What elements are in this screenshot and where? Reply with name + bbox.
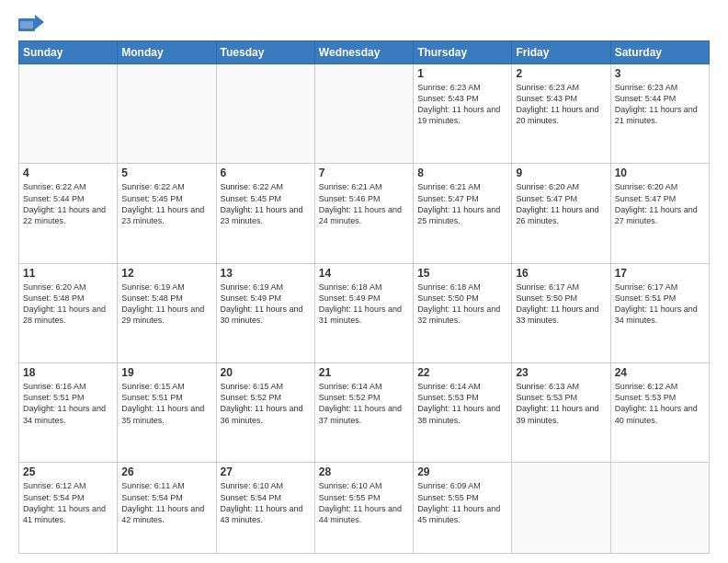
- calendar-cell: 10Sunrise: 6:20 AM Sunset: 5:47 PM Dayli…: [610, 164, 709, 263]
- day-number: 7: [319, 167, 409, 179]
- day-number: 26: [121, 465, 211, 478]
- column-header-friday: Friday: [512, 41, 610, 64]
- day-info: Sunrise: 6:16 AM Sunset: 5:51 PM Dayligh…: [23, 381, 113, 426]
- calendar-cell: 21Sunrise: 6:14 AM Sunset: 5:52 PM Dayli…: [314, 363, 413, 463]
- calendar-week-row: 11Sunrise: 6:20 AM Sunset: 5:48 PM Dayli…: [19, 263, 710, 362]
- calendar-week-row: 4Sunrise: 6:22 AM Sunset: 5:44 PM Daylig…: [19, 164, 710, 263]
- calendar-cell: [610, 463, 709, 554]
- day-number: 10: [615, 167, 705, 179]
- day-number: 19: [121, 366, 211, 379]
- calendar-cell: 4Sunrise: 6:22 AM Sunset: 5:44 PM Daylig…: [19, 164, 118, 263]
- calendar-cell: 23Sunrise: 6:13 AM Sunset: 5:53 PM Dayli…: [512, 363, 610, 463]
- calendar-cell: 7Sunrise: 6:21 AM Sunset: 5:46 PM Daylig…: [314, 164, 413, 263]
- column-header-tuesday: Tuesday: [216, 41, 314, 64]
- column-header-thursday: Thursday: [414, 41, 512, 64]
- day-number: 20: [221, 366, 311, 379]
- logo-icon: [18, 15, 44, 35]
- day-info: Sunrise: 6:23 AM Sunset: 5:44 PM Dayligh…: [615, 82, 705, 127]
- calendar-cell: [512, 463, 610, 554]
- day-number: 4: [23, 167, 113, 179]
- calendar-cell: 17Sunrise: 6:17 AM Sunset: 5:51 PM Dayli…: [610, 263, 709, 362]
- calendar-cell: [19, 64, 118, 164]
- day-number: 25: [23, 465, 113, 478]
- calendar-cell: 28Sunrise: 6:10 AM Sunset: 5:55 PM Dayli…: [314, 463, 413, 554]
- calendar-cell: 25Sunrise: 6:12 AM Sunset: 5:54 PM Dayli…: [19, 463, 118, 554]
- day-info: Sunrise: 6:10 AM Sunset: 5:54 PM Dayligh…: [221, 480, 311, 525]
- day-number: 15: [417, 267, 507, 280]
- calendar-cell: 26Sunrise: 6:11 AM Sunset: 5:54 PM Dayli…: [118, 463, 216, 554]
- calendar-cell: 15Sunrise: 6:18 AM Sunset: 5:50 PM Dayli…: [414, 263, 512, 362]
- calendar-cell: 22Sunrise: 6:14 AM Sunset: 5:53 PM Dayli…: [414, 363, 512, 463]
- calendar-cell: 3Sunrise: 6:23 AM Sunset: 5:44 PM Daylig…: [610, 64, 709, 164]
- header: [18, 15, 710, 35]
- day-info: Sunrise: 6:10 AM Sunset: 5:55 PM Dayligh…: [319, 480, 409, 525]
- day-info: Sunrise: 6:09 AM Sunset: 5:55 PM Dayligh…: [417, 480, 507, 525]
- day-number: 2: [516, 67, 606, 80]
- logo: [18, 15, 48, 35]
- day-number: 29: [417, 465, 507, 478]
- day-number: 6: [221, 167, 311, 179]
- svg-marker-1: [35, 15, 44, 29]
- column-header-monday: Monday: [118, 41, 216, 64]
- calendar-cell: [216, 64, 314, 164]
- calendar-cell: 11Sunrise: 6:20 AM Sunset: 5:48 PM Dayli…: [19, 263, 118, 362]
- day-number: 18: [23, 366, 113, 379]
- day-number: 11: [23, 267, 113, 280]
- day-number: 12: [121, 267, 211, 280]
- day-number: 17: [615, 267, 705, 280]
- day-number: 16: [516, 267, 606, 280]
- day-info: Sunrise: 6:13 AM Sunset: 5:53 PM Dayligh…: [516, 381, 606, 426]
- calendar-cell: [314, 64, 413, 164]
- day-info: Sunrise: 6:20 AM Sunset: 5:47 PM Dayligh…: [615, 181, 705, 226]
- day-info: Sunrise: 6:23 AM Sunset: 5:43 PM Dayligh…: [516, 82, 606, 127]
- day-info: Sunrise: 6:19 AM Sunset: 5:49 PM Dayligh…: [221, 282, 311, 327]
- day-info: Sunrise: 6:14 AM Sunset: 5:53 PM Dayligh…: [417, 381, 507, 426]
- calendar-week-row: 1Sunrise: 6:23 AM Sunset: 5:43 PM Daylig…: [19, 64, 710, 164]
- page: SundayMondayTuesdayWednesdayThursdayFrid…: [0, 0, 728, 563]
- calendar-cell: 14Sunrise: 6:18 AM Sunset: 5:49 PM Dayli…: [314, 263, 413, 362]
- day-info: Sunrise: 6:18 AM Sunset: 5:50 PM Dayligh…: [417, 282, 507, 327]
- day-info: Sunrise: 6:23 AM Sunset: 5:43 PM Dayligh…: [417, 82, 507, 127]
- day-info: Sunrise: 6:12 AM Sunset: 5:53 PM Dayligh…: [615, 381, 705, 426]
- day-number: 23: [516, 366, 606, 379]
- day-number: 8: [417, 167, 507, 179]
- calendar-cell: 16Sunrise: 6:17 AM Sunset: 5:50 PM Dayli…: [512, 263, 610, 362]
- calendar-table: SundayMondayTuesdayWednesdayThursdayFrid…: [18, 40, 710, 554]
- day-info: Sunrise: 6:22 AM Sunset: 5:44 PM Dayligh…: [23, 181, 113, 226]
- calendar-cell: 19Sunrise: 6:15 AM Sunset: 5:51 PM Dayli…: [118, 363, 216, 463]
- calendar-cell: 2Sunrise: 6:23 AM Sunset: 5:43 PM Daylig…: [512, 64, 610, 164]
- day-info: Sunrise: 6:15 AM Sunset: 5:52 PM Dayligh…: [221, 381, 311, 426]
- day-number: 5: [121, 167, 211, 179]
- day-number: 14: [319, 267, 409, 280]
- calendar-cell: 8Sunrise: 6:21 AM Sunset: 5:47 PM Daylig…: [414, 164, 512, 263]
- calendar-cell: 18Sunrise: 6:16 AM Sunset: 5:51 PM Dayli…: [19, 363, 118, 463]
- day-number: 1: [417, 67, 507, 80]
- calendar-cell: 5Sunrise: 6:22 AM Sunset: 5:45 PM Daylig…: [118, 164, 216, 263]
- calendar-cell: [118, 64, 216, 164]
- calendar-cell: 27Sunrise: 6:10 AM Sunset: 5:54 PM Dayli…: [216, 463, 314, 554]
- day-info: Sunrise: 6:15 AM Sunset: 5:51 PM Dayligh…: [121, 381, 211, 426]
- day-info: Sunrise: 6:20 AM Sunset: 5:47 PM Dayligh…: [516, 181, 606, 226]
- day-info: Sunrise: 6:21 AM Sunset: 5:46 PM Dayligh…: [319, 181, 409, 226]
- calendar-cell: 20Sunrise: 6:15 AM Sunset: 5:52 PM Dayli…: [216, 363, 314, 463]
- calendar-cell: 13Sunrise: 6:19 AM Sunset: 5:49 PM Dayli…: [216, 263, 314, 362]
- day-number: 21: [319, 366, 409, 379]
- day-info: Sunrise: 6:12 AM Sunset: 5:54 PM Dayligh…: [23, 480, 113, 525]
- day-number: 9: [516, 167, 606, 179]
- day-number: 24: [615, 366, 705, 379]
- calendar-cell: 1Sunrise: 6:23 AM Sunset: 5:43 PM Daylig…: [414, 64, 512, 164]
- day-info: Sunrise: 6:21 AM Sunset: 5:47 PM Dayligh…: [417, 181, 507, 226]
- day-number: 13: [221, 267, 311, 280]
- column-header-wednesday: Wednesday: [314, 41, 413, 64]
- day-number: 22: [417, 366, 507, 379]
- day-number: 28: [319, 465, 409, 478]
- day-info: Sunrise: 6:17 AM Sunset: 5:51 PM Dayligh…: [615, 282, 705, 327]
- column-header-saturday: Saturday: [610, 41, 709, 64]
- calendar-header-row: SundayMondayTuesdayWednesdayThursdayFrid…: [19, 41, 710, 64]
- calendar-cell: 29Sunrise: 6:09 AM Sunset: 5:55 PM Dayli…: [414, 463, 512, 554]
- day-info: Sunrise: 6:18 AM Sunset: 5:49 PM Dayligh…: [319, 282, 409, 327]
- svg-rect-2: [20, 21, 33, 29]
- day-info: Sunrise: 6:11 AM Sunset: 5:54 PM Dayligh…: [121, 480, 211, 525]
- day-info: Sunrise: 6:22 AM Sunset: 5:45 PM Dayligh…: [121, 181, 211, 226]
- day-info: Sunrise: 6:19 AM Sunset: 5:48 PM Dayligh…: [121, 282, 211, 327]
